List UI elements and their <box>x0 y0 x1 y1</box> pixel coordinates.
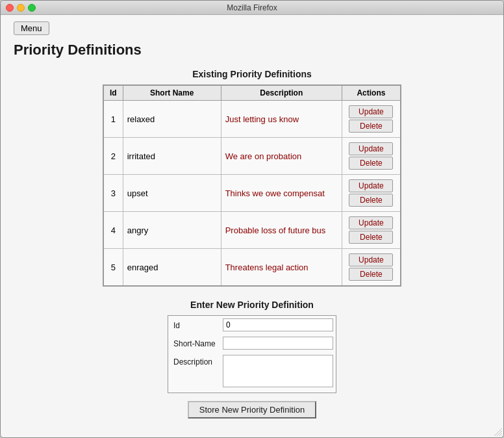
store-button[interactable]: Store New Priority Definition <box>188 401 317 419</box>
window-title: Mozilla Firefox <box>227 3 277 12</box>
cell-description: We are on probation <box>221 138 342 175</box>
description-row: Description <box>171 355 333 387</box>
resize-handle[interactable] <box>494 428 502 436</box>
table-row: 3upsetThinks we owe compensatUpdateDelet… <box>103 175 401 212</box>
id-row: Id <box>171 318 333 334</box>
description-label: Description <box>171 355 223 369</box>
id-input[interactable] <box>223 318 333 331</box>
cell-actions: UpdateDelete <box>342 138 401 175</box>
title-bar: Mozilla Firefox <box>1 1 503 15</box>
new-section-title: Enter New Priority Definition <box>190 300 314 310</box>
cell-id: 5 <box>103 249 123 287</box>
window-controls <box>6 4 36 12</box>
svg-line-2 <box>499 433 502 436</box>
maximize-icon[interactable] <box>28 4 36 12</box>
short-name-row: Short-Name <box>171 337 333 352</box>
browser-window: Mozilla Firefox Menu Priority Definition… <box>0 0 504 438</box>
priority-table-wrapper: Id Short Name Description Actions 1relax… <box>14 84 490 287</box>
short-name-input[interactable] <box>223 337 333 350</box>
svg-line-1 <box>497 431 502 436</box>
update-button[interactable]: Update <box>349 105 393 118</box>
cell-id: 4 <box>103 212 123 249</box>
cell-short-name: angry <box>123 212 221 249</box>
priority-table: Id Short Name Description Actions 1relax… <box>103 84 401 287</box>
delete-button[interactable]: Delete <box>349 231 393 244</box>
col-header-description: Description <box>221 85 342 101</box>
cell-description: Just letting us know <box>221 101 342 138</box>
cell-short-name: irritated <box>123 138 221 175</box>
minimize-icon[interactable] <box>17 4 25 12</box>
cell-id: 2 <box>103 138 123 175</box>
update-button[interactable]: Update <box>349 216 393 229</box>
delete-button[interactable]: Delete <box>349 157 393 170</box>
new-definition-section: Enter New Priority Definition Id Short-N… <box>14 300 490 419</box>
update-button[interactable]: Update <box>349 179 393 192</box>
table-row: 5enragedThreatens legal actionUpdateDele… <box>103 249 401 287</box>
cell-actions: UpdateDelete <box>342 101 401 138</box>
cell-description: Threatens legal action <box>221 249 342 287</box>
cell-id: 1 <box>103 101 123 138</box>
menu-bar: Menu <box>14 21 490 35</box>
delete-button[interactable]: Delete <box>349 268 393 281</box>
menu-button[interactable]: Menu <box>14 21 49 35</box>
update-button[interactable]: Update <box>349 253 393 266</box>
id-label: Id <box>171 318 223 333</box>
cell-description: Thinks we owe compensat <box>221 175 342 212</box>
delete-button[interactable]: Delete <box>349 120 393 133</box>
close-icon[interactable] <box>6 4 14 12</box>
col-header-id: Id <box>103 85 123 101</box>
update-button[interactable]: Update <box>349 142 393 155</box>
delete-button[interactable]: Delete <box>349 194 393 207</box>
cell-actions: UpdateDelete <box>342 175 401 212</box>
cell-actions: UpdateDelete <box>342 212 401 249</box>
window-body: Menu Priority Definitions Existing Prior… <box>1 15 503 437</box>
page-title: Priority Definitions <box>14 42 490 58</box>
description-textarea[interactable] <box>223 355 333 387</box>
cell-short-name: relaxed <box>123 101 221 138</box>
col-header-short: Short Name <box>123 85 221 101</box>
cell-actions: UpdateDelete <box>342 249 401 287</box>
col-header-actions: Actions <box>342 85 401 101</box>
cell-id: 3 <box>103 175 123 212</box>
short-name-label: Short-Name <box>171 337 223 351</box>
cell-short-name: enraged <box>123 249 221 287</box>
new-definition-form: Id Short-Name Description <box>168 315 336 393</box>
cell-short-name: upset <box>123 175 221 212</box>
existing-section-title: Existing Priority Definitions <box>14 69 490 79</box>
table-row: 1relaxedJust letting us knowUpdateDelete <box>103 101 401 138</box>
table-row: 4angryProbable loss of future busUpdateD… <box>103 212 401 249</box>
table-row: 2irritatedWe are on probationUpdateDelet… <box>103 138 401 175</box>
cell-description: Probable loss of future bus <box>221 212 342 249</box>
